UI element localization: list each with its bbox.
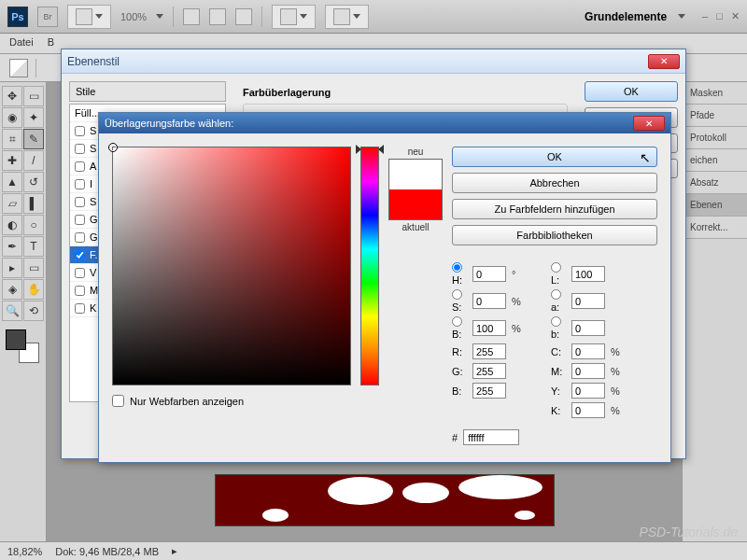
m-field[interactable] (571, 363, 605, 379)
marquee-tool-icon[interactable]: ▭ (23, 86, 44, 106)
wand-tool-icon[interactable]: ✦ (23, 107, 44, 128)
view-dropdown[interactable] (67, 5, 111, 29)
close-icon[interactable]: ✕ (648, 54, 680, 69)
k-field[interactable] (571, 402, 605, 418)
style-checkbox[interactable] (75, 197, 85, 207)
hue-slider[interactable] (360, 147, 379, 385)
close-icon[interactable]: ✕ (633, 116, 665, 131)
chevron-down-icon[interactable] (678, 14, 685, 19)
3d-tool-icon[interactable]: ◈ (2, 279, 22, 300)
b-label[interactable]: B: (452, 316, 467, 340)
l-radio[interactable] (551, 262, 561, 273)
status-zoom[interactable]: 18,82% (7, 546, 42, 557)
rotate-icon[interactable] (235, 8, 252, 25)
arrange-dropdown[interactable] (272, 5, 316, 29)
style-checkbox[interactable] (75, 268, 85, 278)
h-field[interactable] (472, 266, 506, 282)
s-radio[interactable] (452, 289, 462, 300)
screenmode-dropdown[interactable] (325, 5, 369, 29)
sv-cursor-icon[interactable] (108, 143, 118, 152)
type-tool-icon[interactable]: T (23, 236, 44, 257)
style-checkbox[interactable] (75, 215, 85, 225)
hand-tool-icon[interactable]: ✋ (23, 279, 44, 300)
heal-tool-icon[interactable]: ✚ (2, 150, 22, 171)
saturation-value-field[interactable] (112, 147, 351, 385)
l-label[interactable]: L: (551, 262, 566, 286)
lasso-tool-icon[interactable]: ◉ (2, 107, 22, 128)
a-radio[interactable] (551, 289, 561, 300)
history-brush-icon[interactable]: ↺ (23, 172, 44, 192)
close-icon[interactable]: ✕ (731, 10, 740, 21)
pen-tool-icon[interactable]: ✒ (2, 236, 22, 257)
path-select-icon[interactable]: ▸ (2, 258, 22, 278)
ok-button[interactable]: OK (585, 81, 678, 102)
style-checkbox[interactable] (75, 161, 85, 172)
bl-label[interactable]: b: (551, 316, 566, 340)
styles-header[interactable]: Stile (69, 81, 226, 102)
style-checkbox[interactable] (75, 232, 85, 243)
s-field[interactable] (472, 293, 506, 309)
hex-field[interactable] (463, 429, 519, 445)
shape-tool-icon[interactable]: ▭ (23, 258, 44, 278)
ok-button[interactable]: OK ↖ (452, 147, 657, 167)
bridge-logo-icon[interactable]: Br (37, 7, 58, 27)
panel-tab-paths[interactable]: Pfade (683, 105, 747, 127)
style-checkbox[interactable] (75, 303, 85, 314)
zoom-tool-icon[interactable]: 🔍 (2, 301, 22, 321)
c-field[interactable] (571, 343, 605, 359)
minimize-icon[interactable]: – (702, 10, 708, 21)
h-label[interactable]: H: (452, 262, 467, 286)
menu-item[interactable]: B (48, 36, 54, 48)
chevron-down-icon[interactable] (156, 14, 163, 19)
webonly-checkbox[interactable] (112, 395, 124, 407)
hand-icon[interactable] (183, 8, 200, 25)
style-checkbox[interactable] (75, 286, 85, 296)
b-radio[interactable] (452, 316, 462, 327)
blur-tool-icon[interactable]: ◐ (2, 215, 22, 235)
hue-pointer-icon[interactable] (356, 145, 361, 154)
document-canvas[interactable] (215, 474, 555, 526)
bc-field[interactable] (472, 383, 506, 399)
eyedropper-tool-icon[interactable] (9, 59, 28, 77)
workspace-label[interactable]: Grundelemente (585, 10, 667, 23)
style-checkbox[interactable] (75, 126, 85, 136)
l-field[interactable] (571, 266, 605, 282)
crop-tool-icon[interactable]: ⌗ (2, 129, 22, 149)
s-label[interactable]: S: (452, 289, 467, 313)
layer-style-titlebar[interactable]: Ebenenstil ✕ (62, 49, 685, 74)
status-arrow-icon[interactable]: ▸ (172, 545, 177, 557)
eyedropper-tool-icon[interactable]: ✎ (23, 129, 44, 149)
fg-color-icon[interactable] (6, 329, 26, 350)
style-checkbox[interactable] (75, 144, 85, 154)
panel-tab-layers[interactable]: Ebenen (683, 194, 747, 217)
bl-field[interactable] (571, 320, 605, 336)
a-field[interactable] (571, 293, 605, 309)
stamp-tool-icon[interactable]: ▲ (2, 172, 22, 192)
style-checkbox[interactable] (75, 250, 85, 260)
add-swatch-button[interactable]: Zu Farbfeldern hinzufügen (452, 199, 657, 219)
gradient-tool-icon[interactable]: ▌ (23, 193, 44, 214)
panel-tab-char[interactable]: eichen (683, 149, 747, 172)
panel-tab-masks[interactable]: Masken (683, 82, 747, 105)
panel-tab-adjust[interactable]: Korrekt... (683, 217, 747, 239)
color-libraries-button[interactable]: Farbbibliotheken (452, 225, 657, 245)
brush-tool-icon[interactable]: / (23, 150, 44, 171)
style-checkbox[interactable] (75, 179, 85, 189)
panel-tab-history[interactable]: Protokoll (683, 127, 747, 149)
eraser-tool-icon[interactable]: ▱ (2, 193, 22, 214)
cancel-button[interactable]: Abbrechen (452, 173, 657, 193)
dodge-tool-icon[interactable]: ○ (23, 215, 44, 235)
color-swatch[interactable] (388, 159, 443, 220)
y-field[interactable] (571, 383, 605, 399)
g-field[interactable] (472, 363, 506, 379)
a-label[interactable]: a: (551, 289, 566, 313)
zoom-label[interactable]: 100% (120, 11, 147, 22)
rotate-tool-icon[interactable]: ⟲ (23, 301, 44, 321)
h-radio[interactable] (452, 262, 462, 273)
move-tool-icon[interactable]: ✥ (2, 86, 22, 106)
r-field[interactable] (472, 343, 506, 359)
bl-radio[interactable] (551, 316, 561, 327)
panel-tab-paragraph[interactable]: Absatz (683, 172, 747, 194)
color-picker-titlebar[interactable]: Überlagerungsfarbe wählen: ✕ (99, 113, 670, 133)
maximize-icon[interactable]: □ (716, 10, 723, 21)
